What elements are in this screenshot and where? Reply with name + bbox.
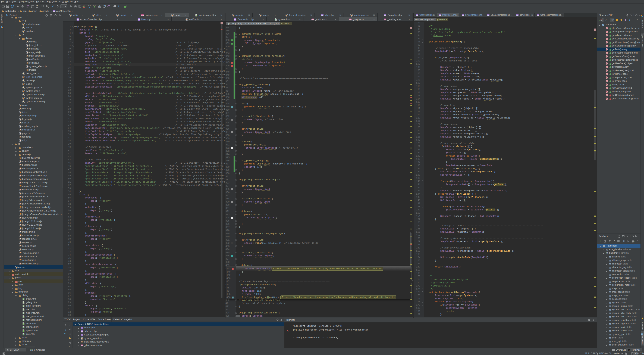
svg-text:C: C — [603, 24, 604, 26]
svg-text:JS: JS — [81, 338, 82, 339]
svg-text:JS: JS — [23, 24, 24, 25]
svg-text:JS: JS — [26, 59, 28, 60]
svg-text:JS: JS — [23, 91, 24, 92]
svg-text:JS: JS — [93, 15, 94, 16]
svg-text:JS: JS — [23, 98, 24, 99]
svg-text:m: m — [606, 84, 608, 86]
svg-text:010: 010 — [19, 257, 21, 258]
svg-text:z: z — [606, 20, 606, 22]
svg-text:010: 010 — [19, 225, 21, 226]
svg-text:JS: JS — [20, 182, 22, 183]
svg-text:DDL: DDL — [632, 242, 634, 243]
svg-text:JS: JS — [16, 267, 17, 268]
svg-text:m: m — [606, 94, 608, 96]
svg-text:JS: JS — [26, 69, 28, 71]
svg-text:010: 010 — [19, 165, 21, 166]
svg-text:JS: JS — [20, 179, 21, 180]
svg-text:a: a — [606, 19, 606, 20]
svg-text:php: php — [81, 331, 83, 332]
svg-text:JS: JS — [26, 62, 28, 63]
svg-text:JS: JS — [20, 164, 22, 165]
svg-text:JS: JS — [23, 84, 24, 85]
svg-text:php: php — [462, 15, 464, 16]
svg-text:JS: JS — [20, 193, 21, 194]
svg-text:php: php — [537, 15, 539, 16]
svg-text:php: php — [77, 19, 79, 20]
svg-text:JS: JS — [20, 238, 22, 239]
svg-text:010: 010 — [19, 218, 21, 219]
svg-text:m: m — [606, 42, 608, 43]
svg-text:010: 010 — [19, 208, 21, 209]
svg-text:JS: JS — [20, 108, 21, 109]
svg-text:php: php — [138, 19, 140, 20]
svg-text:SASS: SASS — [312, 19, 314, 20]
svg-text:>_: >_ — [628, 349, 630, 351]
svg-text:JS: JS — [20, 112, 21, 113]
svg-text:php: php — [439, 15, 441, 16]
svg-text:JS: JS — [20, 256, 22, 257]
svg-text:php: php — [487, 15, 489, 16]
svg-text:010: 010 — [19, 222, 21, 223]
svg-text:A: A — [47, 6, 48, 7]
svg-text:JS: JS — [20, 133, 21, 134]
svg-text:010: 010 — [19, 264, 21, 265]
svg-text:JS: JS — [20, 105, 21, 106]
svg-text:JS: JS — [23, 80, 24, 81]
svg-text:JS: JS — [20, 221, 22, 222]
svg-text:m: m — [606, 66, 608, 68]
svg-text:m: m — [606, 70, 608, 72]
svg-text:m: m — [606, 38, 608, 40]
svg-text:JS: JS — [20, 172, 21, 173]
svg-text:010: 010 — [19, 197, 21, 198]
svg-text:010: 010 — [19, 169, 21, 170]
svg-text:SASS: SASS — [349, 19, 352, 20]
svg-text:010: 010 — [19, 215, 21, 216]
svg-text:m: m — [606, 77, 608, 79]
svg-text:JS: JS — [20, 214, 22, 215]
svg-text:JS: JS — [20, 196, 22, 197]
svg-text:QL: QL — [622, 236, 624, 237]
svg-text:JS: JS — [23, 101, 24, 102]
svg-text:m: m — [606, 45, 608, 47]
svg-text:JS: JS — [20, 228, 22, 229]
svg-text:JS: JS — [20, 126, 21, 127]
svg-text:VCS: VCS — [88, 5, 91, 6]
svg-text:JS: JS — [117, 15, 118, 16]
svg-text:QL: QL — [628, 241, 629, 242]
svg-text:010: 010 — [19, 260, 21, 261]
svg-text:010: 010 — [19, 201, 21, 202]
svg-text:010: 010 — [19, 211, 21, 212]
svg-text:JS: JS — [20, 186, 22, 186]
svg-text:JS: JS — [186, 19, 188, 20]
svg-text:m: m — [606, 28, 608, 29]
svg-text:010: 010 — [19, 239, 21, 240]
svg-text:010: 010 — [19, 190, 21, 191]
svg-text:php: php — [81, 334, 83, 335]
svg-text:m: m — [606, 80, 608, 82]
svg-text:JS: JS — [23, 27, 24, 28]
svg-text:JS: JS — [26, 41, 28, 42]
svg-text:JS: JS — [172, 15, 173, 16]
svg-text:JS: JS — [20, 249, 21, 250]
svg-text:JS: JS — [20, 161, 21, 162]
svg-text:JS: JS — [20, 235, 22, 236]
svg-text:JS: JS — [20, 200, 22, 201]
svg-text:JS: JS — [232, 15, 234, 16]
svg-text:JS: JS — [23, 73, 24, 74]
svg-text:JS: JS — [23, 76, 24, 78]
svg-text:JS: JS — [20, 224, 22, 225]
svg-text:JS: JS — [20, 260, 22, 260]
svg-text:php: php — [81, 327, 83, 328]
svg-text:m: m — [606, 52, 608, 54]
svg-text:JS: JS — [20, 217, 22, 218]
svg-text:010: 010 — [19, 186, 21, 188]
svg-text:JS: JS — [351, 15, 352, 16]
svg-text:php: php — [416, 15, 418, 16]
svg-text:010: 010 — [19, 246, 21, 247]
svg-text:php: php — [516, 15, 518, 16]
svg-text:JS: JS — [20, 189, 22, 190]
svg-text:m: m — [606, 49, 608, 50]
svg-text:JS: JS — [20, 175, 22, 176]
svg-text:JS: JS — [20, 207, 22, 208]
svg-text:VCS: VCS — [93, 5, 96, 6]
